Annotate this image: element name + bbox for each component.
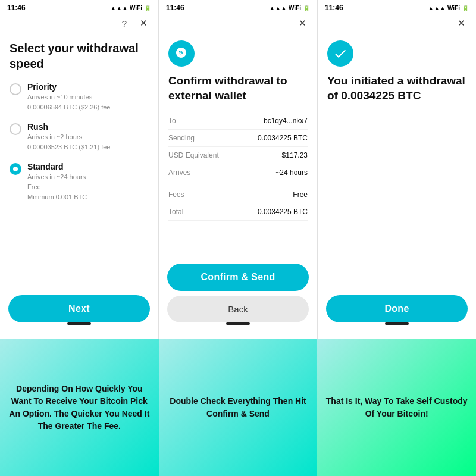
close-icon-1[interactable]: ✕ (137, 17, 150, 30)
fees-section: Fees Free Total 0.0034225 BTC (168, 186, 308, 221)
rush-details: Rush Arrives in ~2 hours 0.00003523 BTC … (27, 122, 110, 152)
caption-text-3: That Is It, Way To Take Self Custody Of … (324, 395, 469, 420)
done-button[interactable]: Done (326, 295, 468, 322)
bitcoin-svg (174, 46, 189, 61)
standard-radio[interactable] (10, 163, 21, 175)
sending-value: 0.0034225 BTC (258, 134, 308, 142)
sending-label: Sending (168, 134, 195, 142)
screen3-title: You initiated a withdrawal of 0.0034225 … (327, 74, 466, 103)
standard-desc3: Minimum 0.001 BTC (27, 193, 87, 202)
status-bar-3: 11:46 ▲▲▲ WiFi 🔋 (318, 0, 476, 14)
next-button[interactable]: Next (8, 295, 150, 322)
priority-option[interactable]: Priority Arrives in ~10 minutes 0.000065… (10, 82, 149, 112)
screen3-content: You initiated a withdrawal of 0.0034225 … (318, 35, 476, 289)
arrives-label: Arrives (168, 168, 190, 177)
screen2-header: ✕ (159, 14, 317, 35)
total-value: 0.0034225 BTC (258, 208, 308, 216)
caption-2: Double Check Everything Then Hit Confirm… (159, 339, 318, 476)
screen-2: 11:46 ▲▲▲ WiFi 🔋 ✕ Confirm withdrawal to… (159, 0, 318, 339)
rush-label: Rush (27, 122, 110, 131)
screen1-footer: Next (0, 289, 158, 339)
status-icons-3: ▲▲▲ WiFi 🔋 (428, 5, 469, 11)
time-3: 11:46 (325, 4, 343, 12)
rush-desc2: 0.00003523 BTC ($1.21) fee (27, 143, 110, 152)
close-icon-3[interactable]: ✕ (455, 17, 468, 30)
back-button[interactable]: Back (167, 296, 309, 322)
priority-radio[interactable] (10, 83, 21, 95)
status-icons-1: ▲▲▲ WiFi 🔋 (110, 5, 151, 11)
rush-option[interactable]: Rush Arrives in ~2 hours 0.00003523 BTC … (10, 122, 149, 152)
detail-arrives: Arrives ~24 hours (168, 164, 308, 181)
standard-desc2: Free (27, 183, 87, 192)
caption-text-1: Depending On How Quickly You Want To Rec… (7, 383, 152, 433)
radio-inner (13, 167, 18, 171)
help-icon[interactable]: ? (118, 17, 131, 30)
detail-fees: Fees Free (168, 186, 308, 203)
check-circle-icon (327, 40, 353, 67)
screen1-header: ? ✕ (0, 14, 158, 35)
time-1: 11:46 (7, 4, 26, 12)
screen3-header: ✕ (318, 14, 476, 35)
screen1-content: Select your withdrawal speed Priority Ar… (0, 35, 158, 289)
total-label: Total (168, 208, 183, 216)
time-2: 11:46 (166, 4, 184, 12)
screen-1: 11:46 ▲▲▲ WiFi 🔋 ? ✕ Select your withdra… (0, 0, 159, 339)
battery-icon-3: 🔋 (462, 5, 469, 11)
screen2-footer: Confirm & Send Back (159, 258, 317, 339)
bitcoin-icon (168, 40, 195, 67)
detail-sending: Sending 0.0034225 BTC (168, 130, 308, 147)
screen-3: 11:46 ▲▲▲ WiFi 🔋 ✕ You initiated a withd… (318, 0, 476, 339)
wifi-icon: WiFi (130, 5, 142, 11)
screen3-footer: Done (318, 289, 476, 339)
home-indicator-3 (385, 322, 409, 325)
detail-total: Total 0.0034225 BTC (168, 203, 308, 221)
close-icon-2[interactable]: ✕ (296, 17, 309, 30)
standard-details: Standard Arrives in ~24 hours Free Minim… (27, 162, 87, 202)
priority-details: Priority Arrives in ~10 minutes 0.000065… (27, 82, 110, 112)
check-svg (333, 46, 347, 61)
home-indicator-2 (226, 322, 250, 325)
standard-option[interactable]: Standard Arrives in ~24 hours Free Minim… (10, 162, 149, 202)
status-bar-2: 11:46 ▲▲▲ WiFi 🔋 (159, 0, 317, 14)
priority-desc1: Arrives in ~10 minutes (27, 93, 110, 102)
screen1-title: Select your withdrawal speed (10, 40, 149, 71)
screen2-title: Confirm withdrawal to external wallet (168, 74, 308, 103)
standard-desc1: Arrives in ~24 hours (27, 173, 87, 181)
wifi-icon-2: WiFi (289, 5, 301, 11)
priority-desc2: 0.00006594 BTC ($2.26) fee (27, 103, 110, 112)
signal-icon: ▲▲▲ (110, 5, 128, 11)
caption-text-2: Double Check Everything Then Hit Confirm… (166, 395, 311, 420)
battery-icon: 🔋 (144, 5, 151, 11)
screen2-content: Confirm withdrawal to external wallet To… (159, 35, 317, 258)
status-icons-2: ▲▲▲ WiFi 🔋 (269, 5, 310, 11)
arrives-value: ~24 hours (275, 168, 308, 177)
usd-value: $117.23 (282, 151, 308, 159)
detail-to: To bc1qy4...nkx7 (168, 112, 308, 130)
rush-radio[interactable] (10, 123, 21, 135)
fees-value: Free (293, 190, 308, 199)
rush-desc1: Arrives in ~2 hours (27, 133, 110, 142)
home-indicator-1 (67, 322, 91, 325)
signal-icon-3: ▲▲▲ (428, 5, 446, 11)
standard-label: Standard (27, 162, 87, 171)
detail-usd: USD Equivalent $117.23 (168, 147, 308, 164)
details-section: To bc1qy4...nkx7 Sending 0.0034225 BTC U… (168, 112, 308, 181)
battery-icon-2: 🔋 (303, 5, 310, 11)
priority-label: Priority (27, 82, 110, 92)
caption-3: That Is It, Way To Take Self Custody Of … (317, 339, 476, 476)
status-bar-1: 11:46 ▲▲▲ WiFi 🔋 (0, 0, 158, 14)
to-value: bc1qy4...nkx7 (264, 117, 308, 125)
confirm-send-button[interactable]: Confirm & Send (167, 264, 309, 291)
signal-icon-2: ▲▲▲ (269, 5, 287, 11)
to-label: To (168, 117, 176, 125)
usd-label: USD Equivalent (168, 151, 219, 159)
fees-label: Fees (168, 190, 184, 199)
caption-1: Depending On How Quickly You Want To Rec… (0, 339, 159, 476)
wifi-icon-3: WiFi (447, 5, 460, 11)
captions-row: Depending On How Quickly You Want To Rec… (0, 339, 476, 476)
